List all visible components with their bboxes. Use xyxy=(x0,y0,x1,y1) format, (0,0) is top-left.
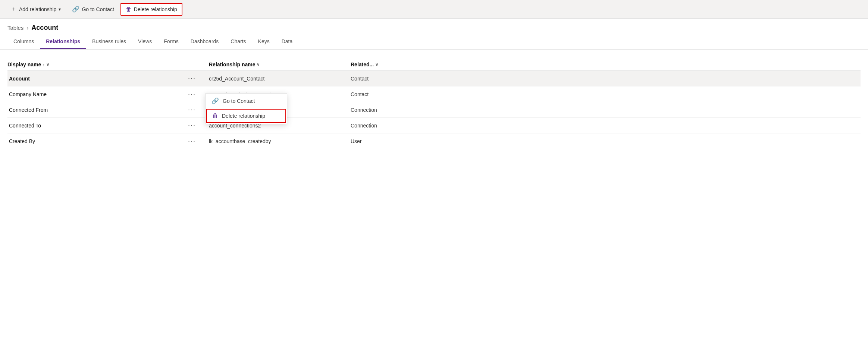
tab-data[interactable]: Data xyxy=(276,35,299,49)
delete-relationship-label: Delete relationship xyxy=(134,6,177,12)
col-header-rel-name[interactable]: Relationship name ∨ xyxy=(209,61,351,67)
col-rel-name-label: Relationship name xyxy=(209,61,255,67)
row-related: Contact xyxy=(351,76,861,82)
row-more-options[interactable]: ··· xyxy=(187,137,209,145)
row-related: Connection xyxy=(351,123,861,129)
table-row[interactable]: Account ··· cr25d_Account_Contact Contac… xyxy=(7,71,861,86)
col-rel-sort-icon: ∨ xyxy=(257,62,260,67)
add-relationship-button[interactable]: ＋ Add relationship ▾ xyxy=(6,3,66,16)
col-header-display-name[interactable]: Display name ↑ ∨ xyxy=(7,61,187,67)
link-icon: 🔗 xyxy=(72,6,79,13)
row-display-name: Connected From xyxy=(7,107,187,113)
breadcrumb-separator: › xyxy=(26,25,28,31)
context-delete-relationship-label: Delete relationship xyxy=(222,113,265,119)
trash-icon: 🗑 xyxy=(126,6,132,13)
tab-dashboards[interactable]: Dashboards xyxy=(185,35,225,49)
tab-views[interactable]: Views xyxy=(132,35,158,49)
go-to-contact-button[interactable]: 🔗 Go to Contact xyxy=(67,3,119,15)
context-go-to-contact-label: Go to Contact xyxy=(223,98,255,104)
tab-relationships[interactable]: Relationships xyxy=(40,35,86,49)
link-icon-context: 🔗 xyxy=(211,97,219,104)
row-display-name: Account xyxy=(7,76,187,82)
dropdown-arrow-icon: ▾ xyxy=(59,7,61,12)
table-row[interactable]: Connected To ··· account_connections2 Co… xyxy=(7,118,861,133)
breadcrumb-current: Account xyxy=(31,24,58,32)
add-relationship-label: Add relationship xyxy=(19,6,56,12)
col-related-label: Related... xyxy=(351,61,374,67)
context-delete-relationship[interactable]: 🗑 Delete relationship xyxy=(206,109,286,123)
tab-keys[interactable]: Keys xyxy=(252,35,276,49)
row-display-name: Company Name xyxy=(7,91,187,97)
breadcrumb: Tables › Account xyxy=(0,19,868,32)
context-menu: 🔗 Go to Contact 🗑 Delete relationship xyxy=(205,93,287,124)
row-related: Connection xyxy=(351,107,861,113)
tab-charts[interactable]: Charts xyxy=(225,35,252,49)
row-display-name: Connected To xyxy=(7,123,187,129)
row-related: User xyxy=(351,138,861,144)
row-rel-name: lk_accountbase_createdby xyxy=(209,138,351,144)
delete-relationship-button[interactable]: 🗑 Delete relationship xyxy=(120,3,182,16)
tabs-bar: Columns Relationships Business rules Vie… xyxy=(0,35,868,50)
breadcrumb-tables-link[interactable]: Tables xyxy=(7,25,23,31)
table-row[interactable]: Company Name ··· account_contacts_accoun… xyxy=(7,86,861,102)
row-related: Contact xyxy=(351,91,861,97)
go-to-contact-label: Go to Contact xyxy=(82,6,114,12)
col-related-sort-icon: ∨ xyxy=(375,62,378,67)
trash-icon-context: 🗑 xyxy=(212,113,218,119)
sort-asc-icon: ↑ xyxy=(43,62,45,67)
tab-business-rules[interactable]: Business rules xyxy=(86,35,132,49)
context-go-to-contact[interactable]: 🔗 Go to Contact xyxy=(206,94,287,108)
main-content: Display name ↑ ∨ Relationship name ∨ Rel… xyxy=(0,50,868,149)
sort-desc-icon: ∨ xyxy=(46,62,49,67)
row-display-name: Created By xyxy=(7,138,187,144)
row-more-options[interactable]: ··· xyxy=(187,75,209,82)
table-row[interactable]: Connected From ··· account_connections1 … xyxy=(7,102,861,118)
row-rel-name: cr25d_Account_Contact xyxy=(209,76,351,82)
toolbar: ＋ Add relationship ▾ 🔗 Go to Contact 🗑 D… xyxy=(0,0,868,19)
tab-columns[interactable]: Columns xyxy=(7,35,40,49)
table-header: Display name ↑ ∨ Relationship name ∨ Rel… xyxy=(7,59,861,71)
col-header-related[interactable]: Related... ∨ xyxy=(351,61,861,67)
tab-forms[interactable]: Forms xyxy=(158,35,185,49)
plus-icon: ＋ xyxy=(11,5,17,13)
table-row[interactable]: Created By ··· lk_accountbase_createdby … xyxy=(7,133,861,149)
col-display-name-label: Display name xyxy=(7,61,41,67)
